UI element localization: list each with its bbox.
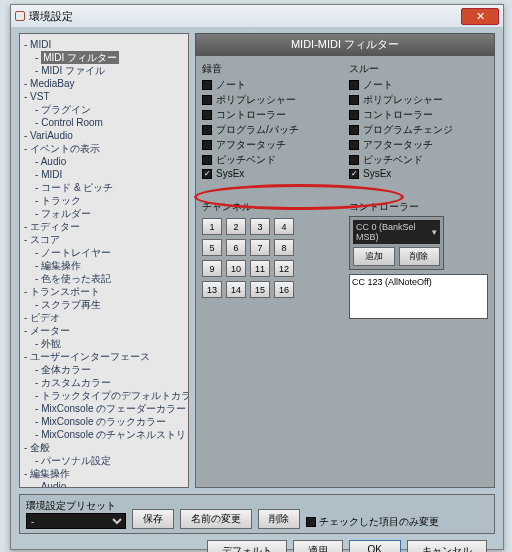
tree-item[interactable]: - スクラブ再生 [24, 298, 188, 311]
tree-item[interactable]: - メーター [24, 324, 188, 337]
tree-item[interactable]: - トラック [24, 194, 188, 207]
record-checkbox[interactable]: ノート [202, 78, 341, 92]
tree-item[interactable]: - MIDI ファイル [24, 64, 188, 77]
channel-button[interactable]: 7 [250, 239, 270, 256]
thru-label: スルー [349, 62, 488, 76]
tree-item[interactable]: - コード & ピッチ [24, 181, 188, 194]
apply-button[interactable]: 適用 [293, 540, 343, 552]
record-label: 録音 [202, 62, 341, 76]
tree-item[interactable]: - MixConsole のラックカラー [24, 415, 188, 428]
controller-list[interactable]: CC 123 (AllNoteOff) [349, 274, 488, 319]
thru-checkbox[interactable]: ノート [349, 78, 488, 92]
ok-button[interactable]: OK [349, 540, 401, 552]
preset-row: 環境設定プリセット - 保存 名前の変更 削除 チェックした項目のみ変更 [19, 494, 495, 534]
tree-item[interactable]: - 編集操作 [24, 467, 188, 480]
channel-button[interactable]: 15 [250, 281, 270, 298]
default-button[interactable]: デフォルト [207, 540, 287, 552]
tree-item[interactable]: - 全体カラー [24, 363, 188, 376]
controller-list-item[interactable]: CC 123 (AllNoteOff) [352, 277, 485, 287]
channel-button[interactable]: 9 [202, 260, 222, 277]
channel-button[interactable]: 11 [250, 260, 270, 277]
channel-button[interactable]: 1 [202, 218, 222, 235]
record-checkbox[interactable]: ピッチベンド [202, 153, 341, 167]
thru-checkbox[interactable]: SysEx [349, 168, 488, 179]
thru-checkbox[interactable]: コントローラー [349, 108, 488, 122]
channel-label: チャンネル [202, 200, 341, 214]
only-checked-label: チェックした項目のみ変更 [319, 515, 439, 529]
panel-title: MIDI-MIDI フィルター [195, 33, 495, 56]
tree-item[interactable]: - MIDI [24, 168, 188, 181]
channel-button[interactable]: 13 [202, 281, 222, 298]
channel-button[interactable]: 16 [274, 281, 294, 298]
preset-dropdown[interactable]: - [26, 513, 126, 529]
record-checkbox[interactable]: SysEx [202, 168, 341, 179]
tree-item[interactable]: - 色を使った表記 [24, 272, 188, 285]
tree-item[interactable]: - Audio [24, 480, 188, 488]
tree-item[interactable]: - スコア [24, 233, 188, 246]
tree-item[interactable]: - MIDI [24, 38, 188, 51]
close-icon[interactable]: ✕ [461, 8, 499, 25]
record-checkbox[interactable]: アフタータッチ [202, 138, 341, 152]
tree-item[interactable]: - Audio [24, 155, 188, 168]
tree-item[interactable]: - フォルダー [24, 207, 188, 220]
thru-checkbox[interactable]: アフタータッチ [349, 138, 488, 152]
channel-button[interactable]: 2 [226, 218, 246, 235]
category-tree[interactable]: - MIDI - MIDI フィルター - MIDI ファイル- MediaBa… [19, 33, 189, 488]
channel-button[interactable]: 3 [250, 218, 270, 235]
app-icon [15, 11, 25, 21]
controller-remove-button[interactable]: 削除 [399, 247, 441, 266]
tree-item[interactable]: - 編集操作 [24, 259, 188, 272]
controller-dropdown[interactable]: CC 0 (BankSel MSB) ▾ [353, 220, 440, 244]
channel-button[interactable]: 8 [274, 239, 294, 256]
tree-item[interactable]: - エディター [24, 220, 188, 233]
tree-item[interactable]: - MixConsole のチャンネルストリップカラー [24, 428, 188, 441]
preset-label: 環境設定プリセット [26, 499, 126, 513]
tree-item[interactable]: - 全般 [24, 441, 188, 454]
controller-add-button[interactable]: 追加 [353, 247, 395, 266]
tree-item[interactable]: - MixConsole のフェーダーカラー [24, 402, 188, 415]
record-checkbox[interactable]: プログラム/パッチ [202, 123, 341, 137]
tree-item[interactable]: - ユーザーインターフェース [24, 350, 188, 363]
controller-dropdown-value: CC 0 (BankSel MSB) [356, 222, 432, 242]
tree-item[interactable]: - ノートレイヤー [24, 246, 188, 259]
controller-label: コントローラー [349, 200, 488, 214]
tree-item[interactable]: - パーソナル設定 [24, 454, 188, 467]
tree-item[interactable]: - イベントの表示 [24, 142, 188, 155]
tree-item[interactable]: - Control Room [24, 116, 188, 129]
tree-item[interactable]: - VST [24, 90, 188, 103]
record-checkbox[interactable]: コントローラー [202, 108, 341, 122]
thru-checkbox[interactable]: プログラムチェンジ [349, 123, 488, 137]
channel-button[interactable]: 6 [226, 239, 246, 256]
window-title: 環境設定 [29, 9, 73, 24]
thru-checkbox[interactable]: ピッチベンド [349, 153, 488, 167]
channel-button[interactable]: 10 [226, 260, 246, 277]
preset-save-button[interactable]: 保存 [132, 509, 174, 529]
cancel-button[interactable]: キャンセル [407, 540, 487, 552]
only-checked-checkbox[interactable]: チェックした項目のみ変更 [306, 515, 439, 529]
preferences-window: 環境設定 ✕ - MIDI - MIDI フィルター - MIDI ファイル- … [10, 4, 504, 550]
tree-item[interactable]: - プラグイン [24, 103, 188, 116]
tree-item[interactable]: - 外観 [24, 337, 188, 350]
channel-button[interactable]: 5 [202, 239, 222, 256]
tree-item[interactable]: - トランスポート [24, 285, 188, 298]
record-checkbox[interactable]: ポリプレッシャー [202, 93, 341, 107]
thru-checkbox[interactable]: ポリプレッシャー [349, 93, 488, 107]
preset-delete-button[interactable]: 削除 [258, 509, 300, 529]
chevron-down-icon: ▾ [432, 227, 437, 237]
channel-button[interactable]: 12 [274, 260, 294, 277]
titlebar[interactable]: 環境設定 ✕ [11, 5, 503, 27]
tree-item[interactable]: - トラックタイプのデフォルトカラー [24, 389, 188, 402]
tree-item[interactable]: - MediaBay [24, 77, 188, 90]
tree-item[interactable]: - VariAudio [24, 129, 188, 142]
channel-button[interactable]: 14 [226, 281, 246, 298]
tree-item[interactable]: - カスタムカラー [24, 376, 188, 389]
tree-item[interactable]: - ビデオ [24, 311, 188, 324]
channel-button[interactable]: 4 [274, 218, 294, 235]
preset-rename-button[interactable]: 名前の変更 [180, 509, 252, 529]
tree-item[interactable]: - MIDI フィルター [24, 51, 188, 64]
